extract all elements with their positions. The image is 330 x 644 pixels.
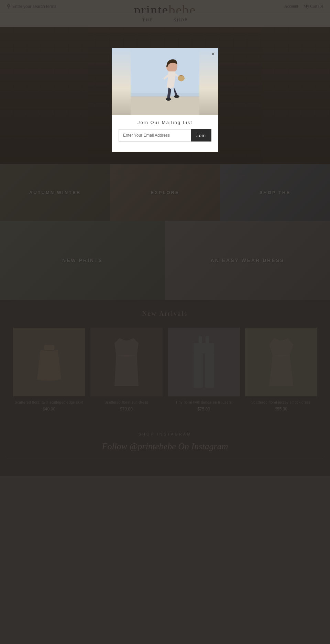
svg-point-11 bbox=[166, 98, 171, 101]
modal-join-button[interactable]: Join bbox=[191, 129, 211, 142]
modal-child-svg bbox=[131, 48, 199, 115]
svg-point-12 bbox=[174, 95, 179, 98]
modal-form: Join bbox=[119, 129, 211, 142]
modal-title: Join Our Mailing List bbox=[112, 115, 218, 129]
svg-rect-7 bbox=[131, 96, 199, 115]
svg-rect-8 bbox=[131, 93, 199, 97]
modal-close-button[interactable]: × bbox=[211, 51, 215, 57]
modal-email-input[interactable] bbox=[119, 129, 191, 142]
modal-box: × bbox=[112, 48, 218, 152]
modal-image bbox=[112, 48, 218, 115]
modal-overlay: × bbox=[0, 0, 330, 644]
